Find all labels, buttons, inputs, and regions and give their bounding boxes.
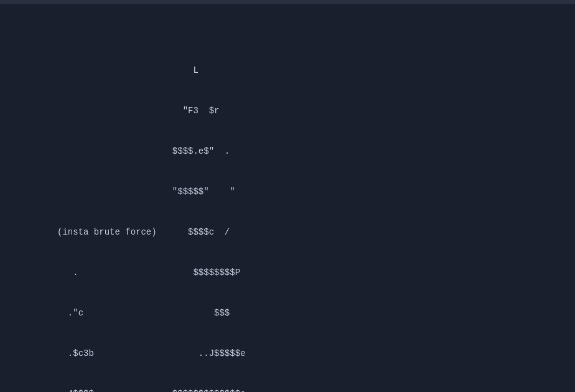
top-bar: [0, 0, 575, 4]
ascii-line-8: .$c3b ..J$$$$$e: [36, 348, 245, 358]
ascii-line-6: . $$$$$$$$P: [36, 268, 240, 278]
terminal-window: L "F3 $r $$$$.e$" . "$$$$$" " (insta bru…: [0, 0, 575, 392]
ascii-line-9: 4$$$$ .$$$$$$$$$$$$$c: [36, 389, 245, 392]
ascii-line-7: ."c $$$: [36, 308, 230, 318]
ascii-line-1: L: [36, 65, 198, 75]
ascii-line-5: (insta brute force) $$$$c /: [36, 227, 230, 237]
ascii-line-3: $$$$.e$" .: [36, 146, 230, 156]
ascii-line-2: "F3 $r: [36, 106, 219, 116]
ascii-line-4: "$$$$$" ": [36, 187, 235, 197]
terminal-content: L "F3 $r $$$$.e$" . "$$$$$" " (insta bru…: [5, 5, 570, 392]
ascii-art-block: L "F3 $r $$$$.e$" . "$$$$$" " (insta bru…: [5, 50, 570, 392]
